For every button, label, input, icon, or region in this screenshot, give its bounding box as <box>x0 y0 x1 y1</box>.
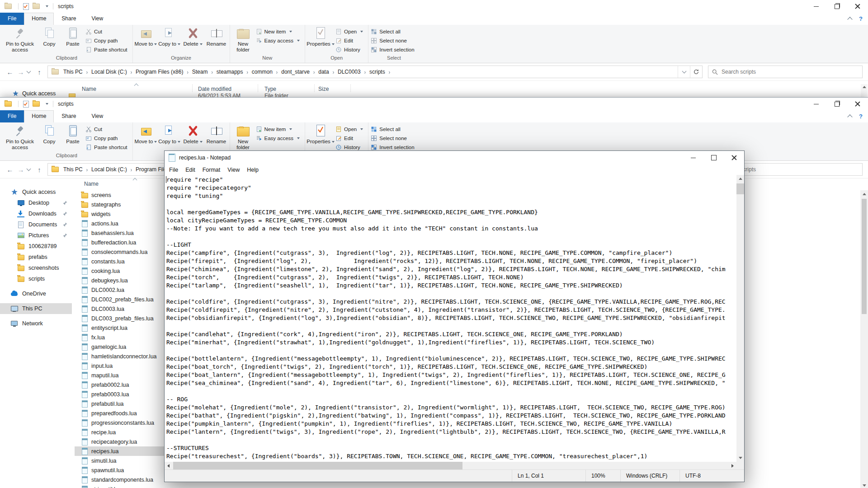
sidebar-item[interactable]: Quick access <box>0 187 72 197</box>
delete-button[interactable]: Delete <box>181 123 205 145</box>
breadcrumb-segment[interactable]: Local Disk (C:)› <box>89 165 133 174</box>
title-bar[interactable]: scripts <box>0 0 868 13</box>
up-button[interactable]: ↑ <box>34 166 45 174</box>
new-item-button[interactable]: New item <box>255 27 304 36</box>
menu-item[interactable]: View <box>224 165 243 174</box>
qat-dropdown-icon[interactable] <box>46 5 48 7</box>
sidebar-item[interactable]: screenshots <box>0 263 72 273</box>
select-none-button[interactable]: Select none <box>370 134 418 143</box>
minimize-ribbon-icon[interactable] <box>847 114 852 119</box>
history-button[interactable]: History <box>335 45 367 54</box>
scrollbar-thumb[interactable] <box>736 183 744 194</box>
sidebar-item[interactable]: Documents <box>0 219 72 230</box>
minimize-ribbon-icon[interactable] <box>847 17 852 22</box>
scrollbar-down-icon[interactable] <box>863 484 866 487</box>
breadcrumb-segment[interactable]: dont_starve› <box>278 67 316 76</box>
forward-button[interactable]: → <box>15 68 26 76</box>
pin-to-quick-access-button[interactable]: Pin to Quick access <box>2 123 38 150</box>
scrollbar-thumb[interactable] <box>862 199 867 314</box>
rename-button[interactable]: Rename <box>205 25 228 47</box>
edit-button[interactable]: Edit <box>335 134 367 143</box>
close-button[interactable] <box>847 98 868 110</box>
help-icon[interactable]: ? <box>859 113 863 120</box>
breadcrumb-segment[interactable]: Steam› <box>189 67 214 76</box>
breadcrumb-segment[interactable]: data› <box>316 67 335 76</box>
scroll-left-icon[interactable] <box>165 462 172 469</box>
column-header-name[interactable]: Name <box>82 86 96 92</box>
close-button[interactable] <box>724 151 744 164</box>
select-none-button[interactable]: Select none <box>370 36 418 45</box>
back-button[interactable]: ← <box>5 166 15 174</box>
back-button[interactable]: ← <box>5 68 15 76</box>
select-all-button[interactable]: Select all <box>370 27 418 36</box>
cut-button[interactable]: Cut <box>85 27 131 36</box>
ribbon-tab[interactable]: Share <box>54 13 84 25</box>
help-icon[interactable]: ? <box>859 15 863 22</box>
restore-button[interactable] <box>826 0 847 13</box>
copy-to-button[interactable]: Copy to <box>158 123 181 145</box>
cut-button[interactable]: Cut <box>85 125 131 134</box>
ribbon-tab[interactable]: View <box>84 110 111 122</box>
copy-path-button[interactable]: Copy path <box>85 134 131 143</box>
breadcrumb-segment[interactable]: Local Disk (C:)› <box>89 67 133 76</box>
scroll-up-icon[interactable] <box>736 175 744 183</box>
sidebar-item[interactable]: This PC <box>0 303 72 314</box>
breadcrumb-segment[interactable]: scripts› <box>367 67 391 76</box>
maximize-button[interactable] <box>703 151 724 164</box>
horizontal-scrollbar[interactable] <box>165 462 744 469</box>
ribbon-tab[interactable]: File <box>0 13 24 25</box>
recent-locations-icon[interactable] <box>27 167 31 171</box>
restore-button[interactable] <box>826 98 847 110</box>
properties-qat-icon[interactable] <box>23 3 29 10</box>
breadcrumb-segment[interactable]: steamapps› <box>214 67 249 76</box>
scrollbar-up-icon[interactable] <box>863 193 866 195</box>
text-editor[interactable]: require "recipe" require "recipecategory… <box>165 175 736 462</box>
sidebar-quick-access-fragment[interactable]: Quick access <box>13 90 56 97</box>
menu-item[interactable]: File <box>165 165 182 174</box>
breadcrumb-segment[interactable]: common› <box>249 67 278 76</box>
address-dropdown-icon[interactable] <box>678 66 690 78</box>
close-button[interactable] <box>847 0 868 13</box>
properties-button[interactable]: Properties <box>307 25 335 47</box>
edit-button[interactable]: Edit <box>335 36 367 45</box>
up-button[interactable]: ↑ <box>34 68 45 76</box>
copy-button[interactable]: Copy <box>38 25 61 47</box>
file-row[interactable]: stringutil.lua <box>75 484 203 488</box>
sidebar-item[interactable]: Downloads <box>0 208 72 219</box>
title-bar[interactable]: recipes.lua - Notepad <box>165 151 744 164</box>
breadcrumb-segment[interactable]: This PC› <box>61 165 89 174</box>
rename-button[interactable]: Rename <box>205 123 228 145</box>
column-header-size[interactable]: Size <box>318 86 329 92</box>
vertical-scrollbar[interactable] <box>736 175 744 462</box>
search-input[interactable] <box>721 68 840 75</box>
scrollbar-up[interactable] <box>861 84 868 97</box>
ribbon-tab[interactable]: Share <box>54 110 84 122</box>
scrollbar-thumb[interactable] <box>173 462 462 469</box>
sidebar-item[interactable]: Pictures <box>0 230 72 241</box>
menu-item[interactable]: Help <box>243 165 262 174</box>
menu-item[interactable]: Edit <box>182 165 199 174</box>
minimize-button[interactable] <box>806 98 826 110</box>
sidebar-item[interactable]: OneDrive <box>0 288 72 299</box>
column-header-date[interactable]: Date modified <box>198 86 231 92</box>
new-folder-button[interactable]: New folder <box>231 123 255 150</box>
new-folder-button[interactable]: New folder <box>231 25 255 53</box>
breadcrumb-segment[interactable]: DLC0003› <box>335 67 367 76</box>
minimize-button[interactable] <box>806 0 826 13</box>
invert-selection-button[interactable]: Invert selection <box>370 45 418 54</box>
easy-access-button[interactable]: Easy access <box>255 36 304 45</box>
copy-button[interactable]: Copy <box>38 123 61 145</box>
delete-button[interactable]: Delete <box>181 25 205 47</box>
sidebar-item[interactable]: Network <box>0 318 72 329</box>
title-bar[interactable]: scripts <box>0 98 868 110</box>
forward-button[interactable]: → <box>15 166 26 174</box>
sidebar-item[interactable]: Desktop <box>0 197 72 208</box>
copy-to-button[interactable]: Copy to <box>158 25 181 47</box>
paste-button[interactable]: Paste <box>61 25 85 47</box>
ribbon-tab[interactable]: View <box>84 13 111 25</box>
paste-shortcut-button[interactable]: Paste shortcut <box>85 143 131 152</box>
new-folder-qat-icon[interactable] <box>33 4 40 9</box>
breadcrumb-segment[interactable]: This PC› <box>61 67 89 76</box>
pin-to-quick-access-button[interactable]: Pin to Quick access <box>2 25 38 53</box>
move-to-button[interactable]: Move to <box>134 123 158 145</box>
